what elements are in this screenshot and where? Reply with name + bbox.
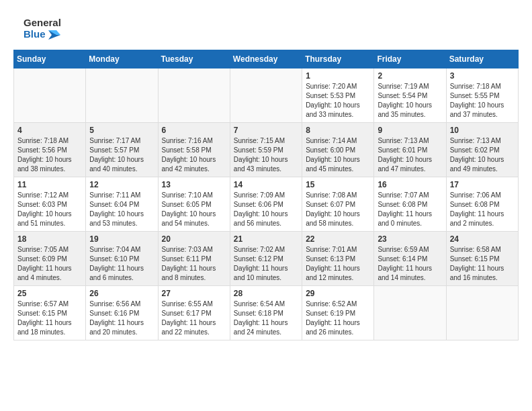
day-info: Sunrise: 6:57 AM Sunset: 6:15 PM Dayligh…: [17, 300, 82, 337]
day-info: Sunrise: 7:11 AM Sunset: 6:04 PM Dayligh…: [89, 191, 154, 228]
day-info: Sunrise: 6:56 AM Sunset: 6:16 PM Dayligh…: [89, 300, 154, 337]
day-info: Sunrise: 6:59 AM Sunset: 6:14 PM Dayligh…: [378, 245, 442, 283]
page-header: General Blue: [13, 13, 519, 43]
day-cell: 9Sunrise: 7:13 AM Sunset: 6:01 PM Daylig…: [374, 123, 446, 177]
day-number: 6: [162, 126, 226, 135]
logo-arrow: [48, 30, 60, 40]
day-info: Sunrise: 6:54 AM Sunset: 6:18 PM Dayligh…: [234, 300, 298, 337]
day-cell: [86, 68, 158, 123]
day-info: Sunrise: 7:08 AM Sunset: 6:07 PM Dayligh…: [306, 191, 370, 228]
day-number: 14: [234, 180, 298, 189]
header-tuesday: Tuesday: [158, 50, 230, 68]
day-number: 4: [17, 126, 82, 135]
day-cell: 23Sunrise: 6:59 AM Sunset: 6:14 PM Dayli…: [374, 232, 446, 286]
day-cell: 17Sunrise: 7:06 AM Sunset: 6:08 PM Dayli…: [446, 177, 518, 232]
day-cell: [374, 286, 446, 340]
week-row-1: 1Sunrise: 7:20 AM Sunset: 5:53 PM Daylig…: [14, 68, 519, 123]
day-cell: 19Sunrise: 7:04 AM Sunset: 6:10 PM Dayli…: [86, 232, 158, 286]
header-sunday: Sunday: [14, 50, 86, 68]
day-info: Sunrise: 7:19 AM Sunset: 5:54 PM Dayligh…: [378, 82, 442, 120]
header-row: SundayMondayTuesdayWednesdayThursdayFrid…: [14, 50, 519, 68]
day-info: Sunrise: 7:05 AM Sunset: 6:09 PM Dayligh…: [17, 245, 82, 283]
day-number: 10: [450, 126, 515, 135]
day-cell: 22Sunrise: 7:01 AM Sunset: 6:13 PM Dayli…: [302, 232, 374, 286]
day-info: Sunrise: 7:16 AM Sunset: 5:58 PM Dayligh…: [162, 136, 226, 174]
week-row-5: 25Sunrise: 6:57 AM Sunset: 6:15 PM Dayli…: [14, 286, 519, 340]
day-cell: 24Sunrise: 6:58 AM Sunset: 6:15 PM Dayli…: [446, 232, 518, 286]
day-number: 15: [306, 180, 370, 189]
day-cell: 3Sunrise: 7:18 AM Sunset: 5:55 PM Daylig…: [446, 68, 518, 123]
day-cell: [158, 68, 230, 123]
day-cell: 8Sunrise: 7:14 AM Sunset: 6:00 PM Daylig…: [302, 123, 374, 177]
day-cell: 18Sunrise: 7:05 AM Sunset: 6:09 PM Dayli…: [14, 232, 86, 286]
day-info: Sunrise: 7:18 AM Sunset: 5:55 PM Dayligh…: [450, 82, 515, 120]
day-number: 17: [450, 180, 515, 189]
day-info: Sunrise: 7:07 AM Sunset: 6:08 PM Dayligh…: [378, 191, 442, 228]
day-cell: 14Sunrise: 7:09 AM Sunset: 6:06 PM Dayli…: [230, 177, 302, 232]
logo-general: General: [24, 17, 61, 28]
day-number: 9: [378, 126, 442, 135]
day-cell: [230, 68, 302, 123]
day-cell: 7Sunrise: 7:15 AM Sunset: 5:59 PM Daylig…: [230, 123, 302, 177]
day-number: 8: [306, 126, 370, 135]
day-info: Sunrise: 6:55 AM Sunset: 6:17 PM Dayligh…: [162, 300, 226, 337]
day-info: Sunrise: 7:12 AM Sunset: 6:03 PM Dayligh…: [17, 191, 82, 228]
day-cell: 15Sunrise: 7:08 AM Sunset: 6:07 PM Dayli…: [302, 177, 374, 232]
day-cell: 10Sunrise: 7:13 AM Sunset: 6:02 PM Dayli…: [446, 123, 518, 177]
week-row-2: 4Sunrise: 7:18 AM Sunset: 5:56 PM Daylig…: [14, 123, 519, 177]
day-info: Sunrise: 7:01 AM Sunset: 6:13 PM Dayligh…: [306, 245, 370, 283]
day-number: 29: [306, 289, 370, 298]
header-thursday: Thursday: [302, 50, 374, 68]
day-cell: 21Sunrise: 7:02 AM Sunset: 6:12 PM Dayli…: [230, 232, 302, 286]
day-number: 27: [162, 289, 226, 298]
day-info: Sunrise: 7:03 AM Sunset: 6:11 PM Dayligh…: [162, 245, 226, 283]
day-info: Sunrise: 6:58 AM Sunset: 6:15 PM Dayligh…: [450, 245, 515, 283]
header-monday: Monday: [86, 50, 158, 68]
day-number: 7: [234, 126, 298, 135]
day-cell: 1Sunrise: 7:20 AM Sunset: 5:53 PM Daylig…: [302, 68, 374, 123]
logo-shape: [13, 13, 20, 43]
day-number: 11: [17, 180, 82, 189]
logo-blue: Blue: [24, 28, 61, 40]
day-info: Sunrise: 7:13 AM Sunset: 6:02 PM Dayligh…: [450, 136, 515, 174]
day-info: Sunrise: 7:17 AM Sunset: 5:57 PM Dayligh…: [89, 136, 154, 174]
day-cell: 25Sunrise: 6:57 AM Sunset: 6:15 PM Dayli…: [14, 286, 86, 340]
logo: General Blue: [13, 13, 61, 43]
day-info: Sunrise: 7:15 AM Sunset: 5:59 PM Dayligh…: [234, 136, 298, 174]
week-row-3: 11Sunrise: 7:12 AM Sunset: 6:03 PM Dayli…: [14, 177, 519, 232]
day-number: 5: [89, 126, 154, 135]
day-cell: 5Sunrise: 7:17 AM Sunset: 5:57 PM Daylig…: [86, 123, 158, 177]
day-cell: [446, 286, 518, 340]
day-info: Sunrise: 7:09 AM Sunset: 6:06 PM Dayligh…: [234, 191, 298, 228]
day-cell: 27Sunrise: 6:55 AM Sunset: 6:17 PM Dayli…: [158, 286, 230, 340]
day-number: 28: [234, 289, 298, 298]
header-saturday: Saturday: [446, 50, 518, 68]
day-number: 20: [162, 234, 226, 244]
day-cell: 6Sunrise: 7:16 AM Sunset: 5:58 PM Daylig…: [158, 123, 230, 177]
day-info: Sunrise: 7:02 AM Sunset: 6:12 PM Dayligh…: [234, 245, 298, 283]
day-cell: 12Sunrise: 7:11 AM Sunset: 6:04 PM Dayli…: [86, 177, 158, 232]
day-number: 1: [306, 71, 370, 81]
header-friday: Friday: [374, 50, 446, 68]
day-info: Sunrise: 7:18 AM Sunset: 5:56 PM Dayligh…: [17, 136, 82, 174]
day-cell: 20Sunrise: 7:03 AM Sunset: 6:11 PM Dayli…: [158, 232, 230, 286]
day-cell: 29Sunrise: 6:52 AM Sunset: 6:19 PM Dayli…: [302, 286, 374, 340]
day-number: 24: [450, 234, 515, 244]
day-number: 12: [89, 180, 154, 189]
day-info: Sunrise: 7:06 AM Sunset: 6:08 PM Dayligh…: [450, 191, 515, 228]
day-cell: 16Sunrise: 7:07 AM Sunset: 6:08 PM Dayli…: [374, 177, 446, 232]
day-info: Sunrise: 7:13 AM Sunset: 6:01 PM Dayligh…: [378, 136, 442, 174]
header-wednesday: Wednesday: [230, 50, 302, 68]
day-cell: 28Sunrise: 6:54 AM Sunset: 6:18 PM Dayli…: [230, 286, 302, 340]
day-cell: 4Sunrise: 7:18 AM Sunset: 5:56 PM Daylig…: [14, 123, 86, 177]
day-number: 22: [306, 234, 370, 244]
day-info: Sunrise: 7:10 AM Sunset: 6:05 PM Dayligh…: [162, 191, 226, 228]
day-number: 21: [234, 234, 298, 244]
day-info: Sunrise: 7:14 AM Sunset: 6:00 PM Dayligh…: [306, 136, 370, 174]
day-number: 26: [89, 289, 154, 298]
day-number: 13: [162, 180, 226, 189]
day-info: Sunrise: 6:52 AM Sunset: 6:19 PM Dayligh…: [306, 300, 370, 337]
day-info: Sunrise: 7:20 AM Sunset: 5:53 PM Dayligh…: [306, 82, 370, 120]
day-number: 25: [17, 289, 82, 298]
day-cell: 11Sunrise: 7:12 AM Sunset: 6:03 PM Dayli…: [14, 177, 86, 232]
